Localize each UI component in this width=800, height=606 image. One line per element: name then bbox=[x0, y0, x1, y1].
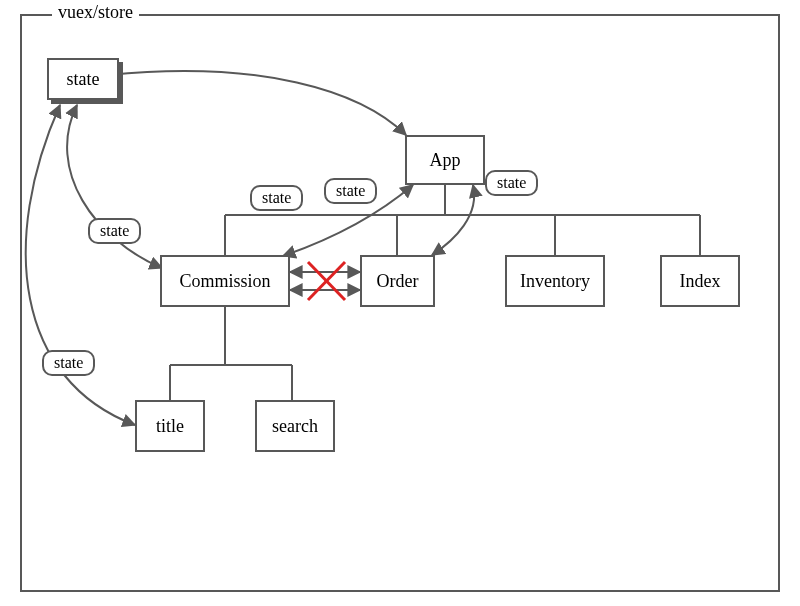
frame-title: vuex/store bbox=[52, 2, 139, 23]
edge-label-state-3: state bbox=[250, 185, 303, 211]
node-inventory: Inventory bbox=[505, 255, 605, 307]
node-label: state bbox=[67, 69, 100, 90]
node-label: Index bbox=[680, 271, 721, 292]
node-order: Order bbox=[360, 255, 435, 307]
node-search: search bbox=[255, 400, 335, 452]
edge-label-state-2: state bbox=[88, 218, 141, 244]
node-state-root: state bbox=[47, 58, 119, 100]
node-label: title bbox=[156, 416, 184, 437]
node-index: Index bbox=[660, 255, 740, 307]
node-label: Order bbox=[377, 271, 419, 292]
edge-label-state-4: state bbox=[324, 178, 377, 204]
node-label: App bbox=[430, 150, 461, 171]
edge-label-state-1: state bbox=[42, 350, 95, 376]
edge-label-state-5: state bbox=[485, 170, 538, 196]
node-label: Inventory bbox=[520, 271, 590, 292]
node-app: App bbox=[405, 135, 485, 185]
node-label: search bbox=[272, 416, 318, 437]
node-commission: Commission bbox=[160, 255, 290, 307]
node-label: Commission bbox=[179, 271, 270, 292]
node-title: title bbox=[135, 400, 205, 452]
